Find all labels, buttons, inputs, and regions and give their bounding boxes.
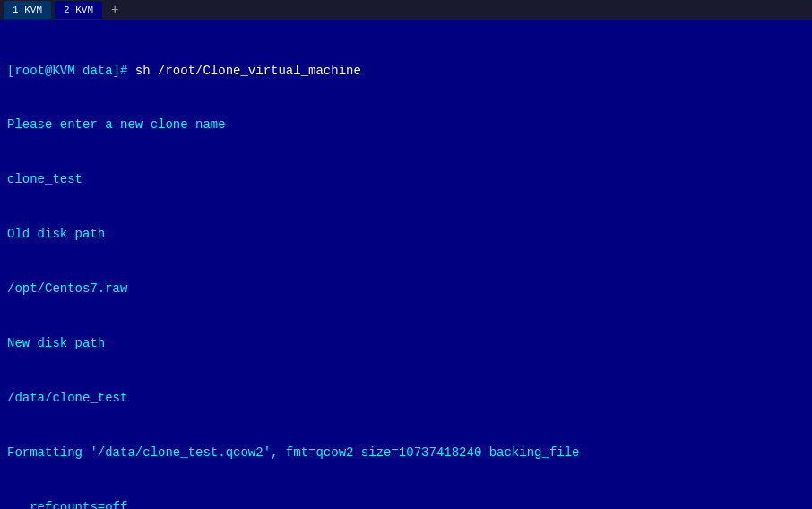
- line-6: New disk path: [7, 334, 805, 352]
- line-8: Formatting '/data/clone_test.qcow2', fmt…: [7, 444, 805, 462]
- tab-1kvm[interactable]: 1 KVM: [4, 1, 51, 19]
- line-3: clone_test: [7, 170, 805, 188]
- tab-1kvm-label: 1 KVM: [13, 4, 42, 15]
- terminal: [root@KVM data]# sh /root/Clone_virtual_…: [0, 20, 812, 509]
- line-2: Please enter a new clone name: [7, 116, 805, 134]
- line-9: _refcounts=off: [7, 498, 805, 509]
- add-tab-button[interactable]: +: [106, 1, 124, 19]
- line-5: /opt/Centos7.raw: [7, 280, 805, 298]
- line-1: [root@KVM data]# sh /root/Clone_virtual_…: [7, 62, 805, 80]
- cmd-1: sh /root/Clone_virtual_machine: [135, 64, 361, 78]
- prompt-1: [root@KVM data]#: [7, 64, 135, 78]
- line-7: /data/clone_test: [7, 389, 805, 407]
- line-4: Old disk path: [7, 225, 805, 243]
- tab-2kvm-label: 2 KVM: [64, 4, 93, 15]
- title-bar: 1 KVM 2 KVM +: [0, 0, 812, 20]
- tab-2kvm[interactable]: 2 KVM: [55, 1, 102, 19]
